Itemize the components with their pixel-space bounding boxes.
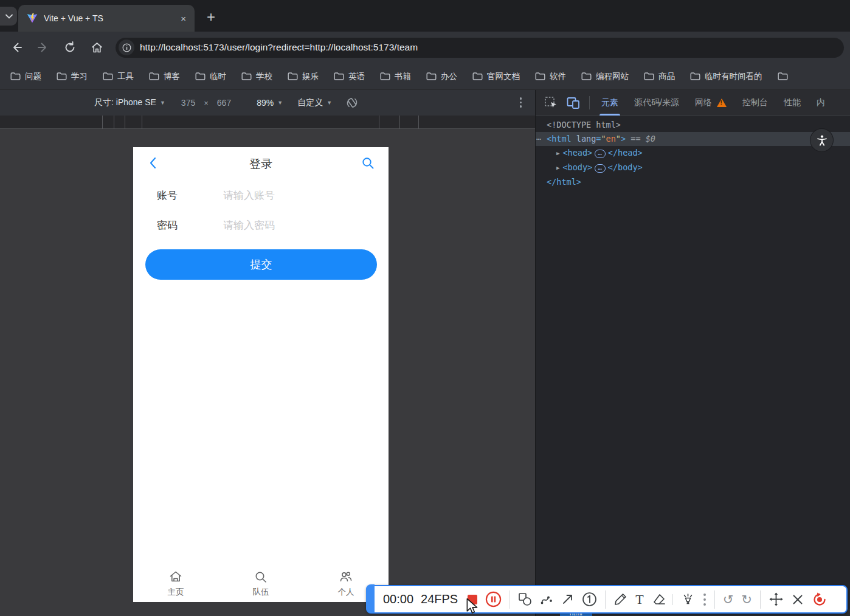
submit-button[interactable]: 提交 [145,249,377,280]
arrow-icon[interactable] [561,593,574,606]
bookmark-label: 商品 [658,71,675,82]
device-width-input[interactable]: 375 [181,98,195,108]
bookmark-folder[interactable]: 问题 [5,69,46,85]
bookmark-folder[interactable]: 工具 [98,69,139,85]
chevron-down-icon: ▼ [160,100,165,106]
chevron-down-icon: ▼ [277,100,283,106]
bookmark-label: 娱乐 [302,71,319,82]
dom-token: en [606,134,616,144]
dom-tree-node[interactable]: ⋯<html lang="en"> == $0 [536,132,850,146]
bookmark-folder[interactable]: 临时 [190,69,231,85]
dom-tree-node[interactable]: ▶<head>…</head> [536,146,850,161]
device-select[interactable]: 尺寸: iPhone SE [94,97,156,108]
bookmark-label: 问题 [25,71,41,82]
pause-icon[interactable] [485,591,502,607]
node-overflow-icon[interactable]: ⋯ [536,132,540,146]
tab-search-button[interactable] [0,7,17,26]
bookmark-folder[interactable]: 娱乐 [283,69,323,85]
devtools-tab[interactable]: 控制台 [734,90,776,116]
accessibility-icon[interactable] [810,129,833,151]
kebab-menu-icon[interactable] [520,95,522,109]
collapsed-children-badge[interactable]: … [595,164,606,173]
mobile-navbar: 登录 [133,147,389,179]
more-icon[interactable] [703,593,707,606]
bookmark-folder[interactable]: 编程网站 [576,69,634,85]
bookmark-folder[interactable]: 英语 [329,69,370,85]
bookmark-folder[interactable]: 临时有时间看的 [685,69,767,85]
account-input[interactable]: 请输入账号 [223,189,275,202]
expander-icon[interactable]: ▶ [556,150,559,156]
close-icon[interactable] [792,594,804,606]
device-height-input[interactable]: 667 [217,98,231,108]
site-info-icon[interactable] [119,40,134,55]
bookmark-label: 临时有时间看的 [705,71,762,82]
url-text[interactable]: http://localhost:5173/user/login?redirec… [140,42,418,53]
text-icon[interactable]: T [635,592,643,607]
mouse-cursor [466,598,479,614]
redo-icon[interactable]: ↻ [741,594,752,606]
search-icon[interactable] [361,156,375,170]
bookmark-folder[interactable]: 办公 [421,69,462,85]
bookmark-label: 英语 [348,71,365,82]
devtools-panel: 元素源代码/来源网络控制台性能内 <!DOCTYPE html>⋯<html l… [535,90,850,616]
dom-token: </html> [547,177,581,187]
bookmark-folder-clipped[interactable] [773,69,797,83]
devtools-tab[interactable]: 内 [809,90,833,116]
chevron-down-icon: ▼ [327,100,332,106]
tab-team[interactable]: 队伍 [224,570,297,598]
reload-icon[interactable] [60,37,80,58]
bookmark-folder[interactable]: 书籍 [375,69,416,85]
laser-pointer-icon[interactable] [681,592,695,606]
dom-tree-node[interactable]: <!DOCTYPE html> [536,118,850,132]
collapsed-children-badge[interactable]: … [595,150,606,158]
bookmark-folder[interactable]: 学校 [237,69,277,85]
throttle-select[interactable]: 自定义 [297,97,323,108]
bookmark-folder[interactable]: 学习 [52,69,92,85]
zoom-select[interactable]: 89% [257,98,274,108]
devtools-tab-label: 性能 [784,97,801,108]
expander-icon[interactable]: ▶ [556,165,559,171]
devtools-tab[interactable]: 性能 [776,90,809,116]
breakpoint-ruler[interactable] [0,116,535,129]
inspect-element-icon[interactable] [544,96,558,109]
shape-icon[interactable] [518,592,532,606]
url-bar[interactable]: http://localhost:5173/user/login?redirec… [116,38,844,58]
device-toggle-icon[interactable] [566,96,581,109]
account-field-row[interactable]: 账号 请输入账号 [133,182,389,208]
devtools-tab-label: 控制台 [742,97,768,108]
bookmark-folder[interactable]: 商品 [639,69,680,85]
bookmark-folder[interactable]: 官网文档 [468,69,525,85]
undo-icon[interactable]: ↺ [723,594,734,606]
password-input[interactable]: 请输入密码 [223,218,275,232]
dom-tree-node[interactable]: ▶<body>…</body> [536,161,850,175]
back-icon[interactable] [6,37,27,58]
freehand-icon[interactable] [540,593,553,606]
dom-tree-node[interactable]: </html> [536,175,850,189]
devtools-tab[interactable]: 元素 [593,90,626,116]
rotate-icon[interactable] [342,92,362,113]
devtools-tab[interactable]: 网络 [687,90,734,116]
password-field-row[interactable]: 密码 请输入密码 [133,212,389,238]
recorder-drag-handle[interactable] [366,584,375,613]
new-tab-button[interactable]: + [202,8,220,26]
bookmark-label: 临时 [210,71,226,82]
pencil-icon[interactable] [613,592,627,606]
restart-record-icon[interactable] [812,592,828,607]
number-1-icon[interactable] [582,592,597,607]
tab-home[interactable]: 主页 [139,570,212,598]
tab-close-icon[interactable]: × [181,13,186,24]
browser-tab[interactable]: Vite + Vue + TS × [18,5,195,32]
move-icon[interactable] [769,592,784,607]
devtools-tab[interactable]: 源代码/来源 [626,90,687,116]
bookmark-label: 官网文档 [487,71,520,82]
bookmark-folder[interactable]: 博客 [144,69,185,85]
bookmark-folder[interactable]: 软件 [530,69,571,85]
devtools-tab-label: 网络 [695,97,712,108]
home-icon[interactable] [86,37,107,58]
dom-token: <head> [562,148,592,157]
dom-token: " [601,134,606,144]
eraser-icon[interactable] [652,592,666,607]
tab-title: Vite + Vue + TS [44,13,181,23]
dom-tree[interactable]: <!DOCTYPE html>⋯<html lang="en"> == $0▶<… [536,118,850,189]
forward-icon[interactable] [33,37,54,58]
